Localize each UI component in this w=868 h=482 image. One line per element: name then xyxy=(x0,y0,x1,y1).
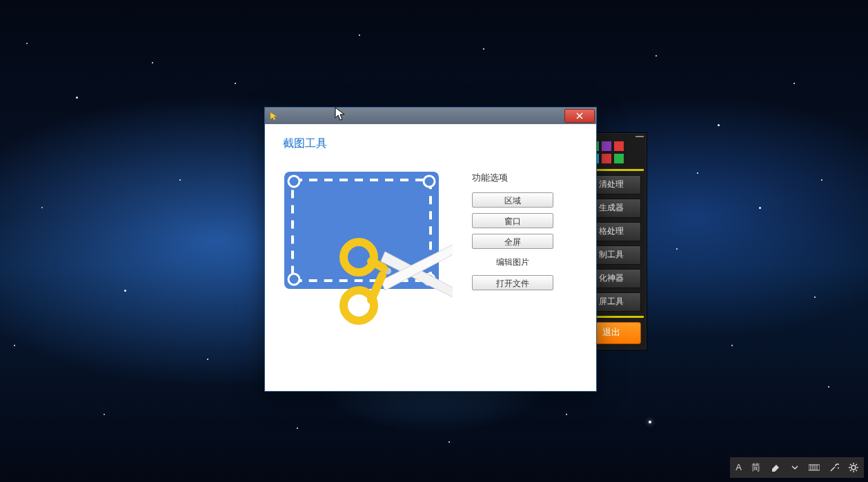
window-titlebar[interactable] xyxy=(265,108,596,124)
svg-line-22 xyxy=(850,470,851,471)
keyboard-icon[interactable] xyxy=(809,463,820,472)
open-file-button[interactable]: 打开文件 xyxy=(472,275,553,290)
edit-image-label: 编辑图片 xyxy=(472,254,553,270)
svg-line-21 xyxy=(856,464,857,465)
color-swatch[interactable] xyxy=(602,141,611,151)
svg-rect-9 xyxy=(809,465,820,470)
svg-point-4 xyxy=(288,274,299,285)
window-close-button[interactable] xyxy=(564,109,595,123)
tools-icon[interactable] xyxy=(829,463,839,472)
svg-point-3 xyxy=(424,176,435,187)
svg-point-2 xyxy=(288,176,299,187)
svg-line-20 xyxy=(856,470,857,471)
eraser-icon[interactable] xyxy=(770,463,781,472)
app-title: 截图工具 xyxy=(283,137,580,151)
svg-point-14 xyxy=(851,465,856,470)
ime-letter-mode[interactable]: A xyxy=(736,457,742,478)
minimize-icon[interactable] xyxy=(635,136,644,137)
svg-line-19 xyxy=(850,464,851,465)
gear-icon[interactable] xyxy=(849,463,858,472)
options-column: 功能选项 区域 窗口 全屏 编辑图片 打开文件 xyxy=(472,169,580,314)
fullscreen-button[interactable]: 全屏 xyxy=(472,234,553,249)
color-swatch[interactable] xyxy=(614,141,624,151)
region-button[interactable]: 区域 xyxy=(472,192,553,208)
snip-illustration xyxy=(282,169,453,314)
app-cursor-icon xyxy=(269,112,277,120)
color-swatch[interactable] xyxy=(602,154,611,163)
close-icon xyxy=(575,112,584,119)
color-swatch[interactable] xyxy=(614,154,624,163)
snipping-tool-window: 截图工具 xyxy=(264,107,597,392)
chevron-down-icon[interactable] xyxy=(791,463,799,472)
window-button[interactable]: 窗口 xyxy=(472,213,553,228)
desktop-background: 清处理 生成器 格处理 制工具 化神器 屏工具 退出 截图工具 xyxy=(0,0,868,482)
window-client-area: 截图工具 xyxy=(265,124,596,326)
options-heading: 功能选项 xyxy=(472,172,580,184)
ime-chinese-mode[interactable]: 简 xyxy=(751,457,760,478)
ime-toolbar[interactable]: A 简 xyxy=(730,457,864,478)
